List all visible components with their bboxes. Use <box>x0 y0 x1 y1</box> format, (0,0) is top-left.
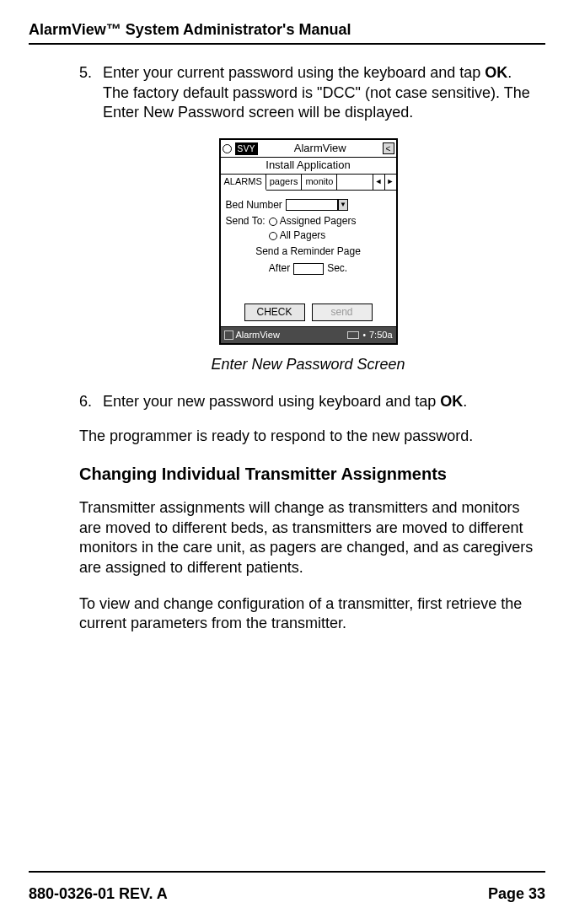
bed-number-row: Bed Number ▼ <box>226 199 391 212</box>
step-6-pre: Enter your new password using keyboard a… <box>103 393 440 410</box>
after-row: After Sec. <box>226 262 391 276</box>
step-5-ok: OK <box>485 64 507 81</box>
device-taskbar: AlarmView • 7:50a <box>221 326 396 342</box>
footer-pagenum: Page 33 <box>488 884 545 904</box>
step-6-post: . <box>463 393 467 410</box>
radio-all-pagers[interactable]: All Pagers <box>269 229 357 243</box>
step-5-pre: Enter your current password using the ke… <box>103 64 485 81</box>
step-6: 6. Enter your new password using keyboar… <box>79 392 537 411</box>
figure-caption: Enter New Password Screen <box>79 355 537 374</box>
para-ready: The programmer is ready to respond to th… <box>79 427 537 446</box>
footer-docnum: 880-0326-01 REV. A <box>29 884 168 904</box>
step-6-ok: OK <box>440 393 463 410</box>
radio-icon <box>269 218 277 226</box>
tab-pagers[interactable]: pagers <box>266 175 303 189</box>
reminder-row: Send a Reminder Page <box>226 245 391 259</box>
status-circle-icon <box>223 144 232 153</box>
radio-all-label: All Pagers <box>280 229 326 243</box>
tab-left-arrow-icon[interactable]: ◄ <box>373 175 384 189</box>
back-button[interactable]: < <box>383 142 394 154</box>
check-button[interactable]: CHECK <box>244 304 305 322</box>
after-label: After <box>269 262 290 276</box>
taskbar-time: 7:50a <box>369 329 393 341</box>
taskbar-dot-icon: • <box>362 330 366 341</box>
radio-assigned-label: Assigned Pagers <box>280 215 357 228</box>
after-input[interactable] <box>293 263 324 275</box>
step-5-text: Enter your current password using the ke… <box>103 63 537 122</box>
device-body: Bed Number ▼ Send To: Assigned Pagers <box>221 191 396 300</box>
step-5: 5. Enter your current password using the… <box>79 63 537 122</box>
content-area: 5. Enter your current password using the… <box>29 63 545 870</box>
install-header: Install Application <box>221 158 396 175</box>
radio-assigned-pagers[interactable]: Assigned Pagers <box>269 215 357 228</box>
radio-icon <box>269 232 277 240</box>
bed-number-label: Bed Number <box>226 199 282 212</box>
figure-wrap: SVY AlarmView < Install Application ALAR… <box>79 138 537 346</box>
keyboard-icon[interactable] <box>347 331 359 339</box>
send-button[interactable]: send <box>312 304 373 322</box>
send-to-label: Send To: <box>226 215 266 228</box>
sec-label: Sec. <box>327 262 347 276</box>
document-header: AlarmView™ System Administrator's Manual <box>29 20 545 40</box>
step-5-number: 5. <box>79 63 103 122</box>
reminder-label: Send a Reminder Page <box>255 245 361 259</box>
bed-number-dropdown-icon[interactable]: ▼ <box>338 199 348 211</box>
tab-right-arrow-icon[interactable]: ► <box>384 175 396 189</box>
tab-alarms[interactable]: ALARMS <box>221 175 266 190</box>
svy-badge: SVY <box>235 142 259 155</box>
tab-scroll: ◄ ► <box>373 175 396 189</box>
taskbar-app-icon <box>224 330 233 340</box>
taskbar-app-name: AlarmView <box>236 329 280 341</box>
footer-rule <box>29 871 545 873</box>
para-assignments: Transmitter assignments will change as t… <box>79 498 537 578</box>
device-topbar: SVY AlarmView < <box>221 140 396 158</box>
header-rule <box>29 43 545 45</box>
footer: 880-0326-01 REV. A Page 33 <box>29 884 545 904</box>
step-6-text: Enter your new password using keyboard a… <box>103 392 537 411</box>
bed-number-input[interactable] <box>286 199 338 211</box>
device-button-row: CHECK send <box>221 300 396 327</box>
device-tabs: ALARMS pagers monito ◄ ► <box>221 175 396 190</box>
page: AlarmView™ System Administrator's Manual… <box>0 0 574 924</box>
para-view-change: To view and change configuration of a tr… <box>79 594 537 634</box>
section-title-transmitter: Changing Individual Transmitter Assignme… <box>79 463 537 485</box>
step-6-number: 6. <box>79 392 103 411</box>
device-app-title: AlarmView <box>260 142 380 156</box>
device-screenshot: SVY AlarmView < Install Application ALAR… <box>219 138 398 345</box>
send-to-row: Send To: Assigned Pagers All Pagers <box>226 215 391 242</box>
tab-monitor[interactable]: monito <box>302 175 337 189</box>
